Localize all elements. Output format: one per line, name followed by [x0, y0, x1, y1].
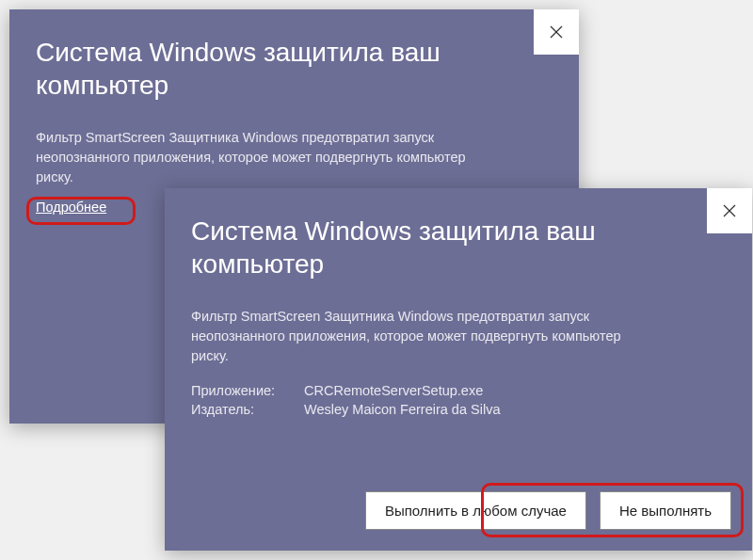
publisher-label: Издатель:	[191, 402, 304, 417]
close-button[interactable]	[534, 9, 579, 55]
app-info: Приложение: CRCRemoteServerSetup.exe Изд…	[165, 377, 752, 426]
close-icon	[723, 204, 736, 217]
more-info-link[interactable]: Подробнее	[36, 200, 106, 215]
run-anyway-button[interactable]: Выполнить в любом случае	[365, 491, 586, 530]
close-icon	[550, 25, 563, 39]
dialog-message: Фильтр SmartScreen Защитника Windows пре…	[165, 296, 673, 377]
close-button[interactable]	[707, 188, 752, 233]
app-label: Приложение:	[191, 383, 304, 398]
publisher-row: Издатель: Wesley Maicon Ferreira da Silv…	[191, 402, 726, 417]
button-row: Выполнить в любом случае Не выполнять	[365, 491, 731, 530]
dialog-message: Фильтр SmartScreen Защитника Windows пре…	[9, 117, 518, 199]
dont-run-button[interactable]: Не выполнять	[600, 491, 731, 530]
publisher-value: Wesley Maicon Ferreira da Silva	[304, 402, 726, 417]
dialog-title: Система Windows защитила ваш компьютер	[165, 188, 673, 296]
dialog-title: Система Windows защитила ваш компьютер	[9, 9, 518, 117]
app-name-row: Приложение: CRCRemoteServerSetup.exe	[191, 383, 726, 398]
app-value: CRCRemoteServerSetup.exe	[304, 383, 726, 398]
smartscreen-dialog-expanded: Система Windows защитила ваш компьютер Ф…	[165, 188, 752, 551]
